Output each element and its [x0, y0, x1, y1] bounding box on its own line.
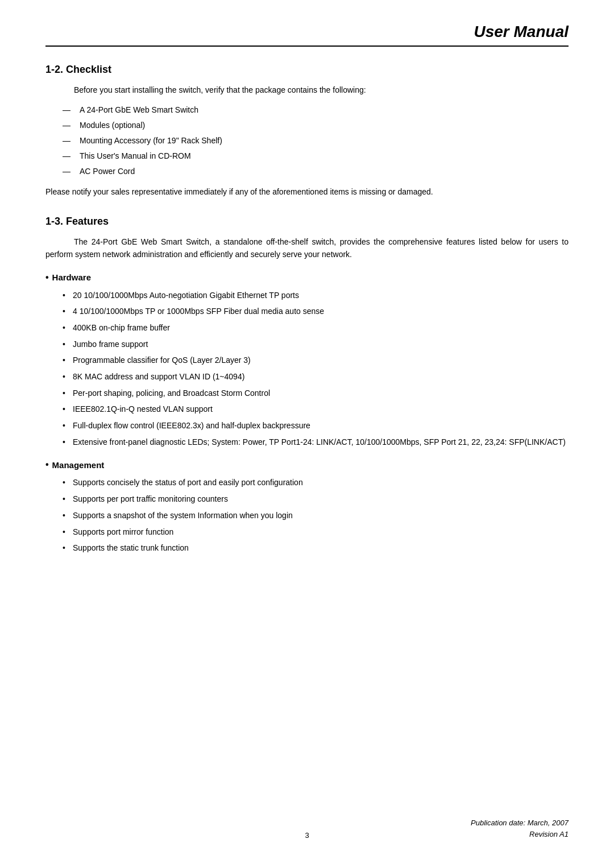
page-footer: Publication date: March, 2007 Revision A…: [471, 817, 569, 840]
list-item: 400KB on-chip frame buffer: [63, 322, 569, 334]
page-header: User Manual: [45, 23, 569, 47]
page-title: User Manual: [474, 23, 569, 41]
list-item: 8K MAC address and support VLAN ID (1~40…: [63, 371, 569, 383]
hardware-heading: Hardware: [45, 272, 569, 283]
features-heading: 1-3. Features: [45, 216, 569, 228]
list-item: Modules (optional): [63, 119, 569, 131]
page-number: 3: [305, 831, 309, 840]
revision-label: Revision A1: [471, 829, 569, 840]
checklist-section: 1-2. Checklist Before you start installi…: [45, 64, 569, 199]
list-item: 20 10/100/1000Mbps Auto-negotiation Giga…: [63, 290, 569, 302]
list-item: Supports per port traffic monitoring cou…: [63, 493, 569, 506]
management-list: Supports concisely the status of port an…: [63, 477, 569, 554]
hardware-list: 20 10/100/1000Mbps Auto-negotiation Giga…: [63, 290, 569, 449]
list-item: Programmable classifier for QoS (Layer 2…: [63, 354, 569, 367]
list-item: AC Power Cord: [63, 166, 569, 177]
list-item: Full-duplex flow control (IEEE802.3x) an…: [63, 420, 569, 432]
list-item: 4 10/100/1000Mbps TP or 1000Mbps SFP Fib…: [63, 305, 569, 318]
list-item: Supports a snapshot of the system Inform…: [63, 510, 569, 522]
checklist-intro: Before you start installing the switch, …: [45, 84, 569, 96]
features-intro: The 24-Port GbE Web Smart Switch, a stan…: [45, 235, 569, 261]
list-item: Mounting Accessory (for 19" Rack Shelf): [63, 135, 569, 147]
management-heading: Management: [45, 460, 569, 470]
checklist-list: A 24-Port GbE Web Smart Switch Modules (…: [63, 104, 569, 177]
list-item: Supports concisely the status of port an…: [63, 477, 569, 489]
notice-text: Please notify your sales representative …: [45, 185, 569, 198]
list-item: Jumbo frame support: [63, 338, 569, 351]
list-item: Extensive front-panel diagnostic LEDs; S…: [63, 436, 569, 449]
list-item: Supports port mirror function: [63, 526, 569, 539]
list-item: IEEE802.1Q-in-Q nested VLAN support: [63, 403, 569, 416]
checklist-heading: 1-2. Checklist: [45, 64, 569, 76]
list-item: A 24-Port GbE Web Smart Switch: [63, 104, 569, 116]
list-item: This User's Manual in CD-ROM: [63, 150, 569, 162]
publication-date: Publication date: March, 2007: [471, 817, 569, 829]
list-item: Per-port shaping, policing, and Broadcas…: [63, 387, 569, 400]
list-item: Supports the static trunk function: [63, 542, 569, 555]
page: User Manual 1-2. Checklist Before you st…: [0, 0, 614, 868]
features-section: 1-3. Features The 24-Port GbE Web Smart …: [45, 216, 569, 555]
